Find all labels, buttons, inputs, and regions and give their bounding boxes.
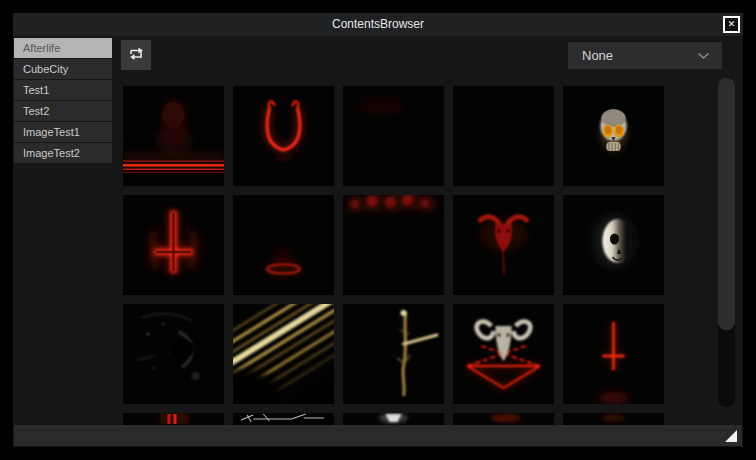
thumbnail-inverted-cross-glow[interactable] — [123, 195, 224, 295]
resize-grip-icon[interactable] — [724, 429, 739, 444]
thumbnail-near-black[interactable] — [343, 86, 444, 186]
thumbnail-wire-lines-strip[interactable] — [233, 413, 334, 425]
bottom-bar — [14, 425, 742, 446]
thumbnail-skull-laser[interactable] — [123, 86, 224, 186]
grid-row — [123, 304, 664, 404]
sidebar-item-cubecity[interactable]: CubeCity — [14, 59, 112, 79]
grid-row — [123, 413, 664, 425]
thumbnail-gold-ribs[interactable] — [233, 304, 334, 404]
window-title: ContentsBrowser — [13, 13, 743, 36]
scrollbar-thumb[interactable] — [718, 78, 735, 330]
thumbnail-red-ring[interactable] — [233, 195, 334, 295]
close-button[interactable]: ✕ — [723, 16, 740, 33]
scrollbar-track[interactable] — [718, 78, 735, 407]
thumbnail-red-dim-strip[interactable] — [563, 413, 664, 425]
thumbnail-white-glow-strip[interactable] — [343, 413, 444, 425]
grid-row — [123, 86, 664, 186]
loop-button[interactable] — [121, 40, 151, 70]
thumbnail-red-bars-strip[interactable] — [123, 413, 224, 425]
sidebar-item-test2[interactable]: Test2 — [14, 101, 112, 121]
loop-icon — [126, 44, 146, 67]
close-icon: ✕ — [728, 19, 736, 29]
sidebar-item-imagetest1[interactable]: ImageTest1 — [14, 122, 112, 142]
screen-background: ContentsBrowser ✕ AfterlifeCubeCityTest1… — [0, 0, 756, 460]
thumbnail-half-lit-skull[interactable] — [563, 195, 664, 295]
thumbnail-inverted-cross-thin[interactable] — [563, 304, 664, 404]
thumbnail-red-faint-strip[interactable] — [453, 413, 554, 425]
sidebar-item-test1[interactable]: Test1 — [14, 80, 112, 100]
thumbnail-grid — [123, 86, 664, 425]
sidebar-item-imagetest2[interactable]: ImageTest2 — [14, 143, 112, 163]
thumbnail-ram-pentagram[interactable] — [453, 304, 554, 404]
thumbnail-bull-skull-red[interactable] — [453, 195, 554, 295]
filter-dropdown[interactable]: None — [568, 42, 722, 69]
thumbnail-gold-streak-figure[interactable] — [343, 304, 444, 404]
thumbnail-gold-skull[interactable] — [563, 86, 664, 186]
filter-dropdown-value: None — [568, 48, 697, 63]
chevron-down-icon — [697, 52, 710, 60]
contents-browser-window: ContentsBrowser ✕ AfterlifeCubeCityTest1… — [13, 13, 743, 447]
thumbnail-red-arch-outline[interactable] — [233, 86, 334, 186]
title-bar: ContentsBrowser ✕ — [13, 13, 743, 36]
sidebar: AfterlifeCubeCityTest1Test2ImageTest1Ima… — [14, 38, 112, 164]
grid-row — [123, 195, 664, 295]
thumbnail-black[interactable] — [453, 86, 554, 186]
sidebar-item-afterlife[interactable]: Afterlife — [14, 38, 112, 58]
thumbnail-skull-closeup-dark[interactable] — [123, 304, 224, 404]
thumbnail-red-arcs-top[interactable] — [343, 195, 444, 295]
